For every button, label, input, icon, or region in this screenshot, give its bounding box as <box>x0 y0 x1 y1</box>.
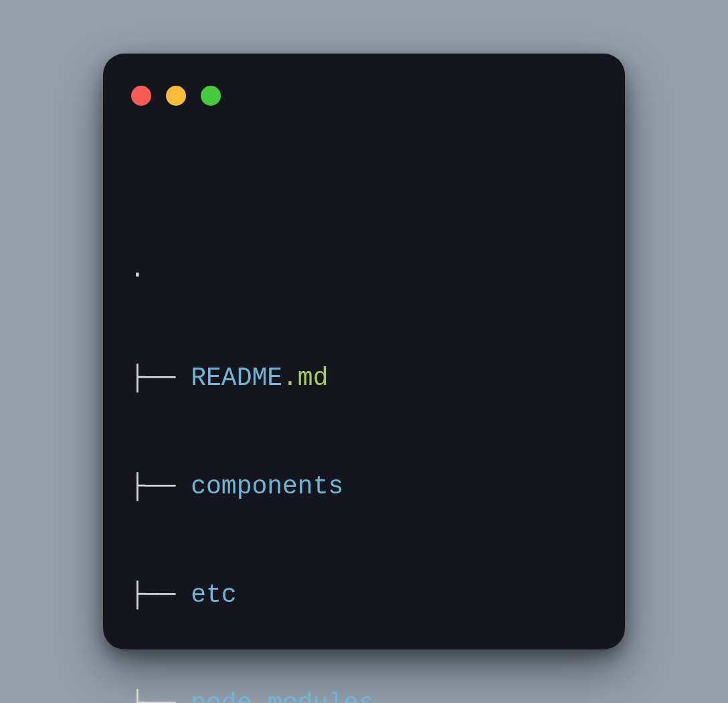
terminal-window: . ├── README.md ├── components ├── etc ├… <box>103 54 625 649</box>
tree-item-name: components <box>191 472 343 501</box>
tree-row: ├── components <box>130 469 598 505</box>
maximize-icon[interactable] <box>201 86 221 106</box>
terminal-output: . ├── README.md ├── components ├── etc ├… <box>130 179 598 703</box>
tree-prefix: ├── <box>130 580 191 609</box>
tree-row: ├── node_modules <box>130 686 598 703</box>
tree-root-label: . <box>130 255 145 284</box>
tree-item-ext: .md <box>282 364 328 392</box>
close-icon[interactable] <box>131 86 151 106</box>
tree-prefix: ├── <box>130 364 191 392</box>
tree-prefix: ├── <box>130 689 191 703</box>
tree-root: . <box>130 252 598 288</box>
tree-row: ├── etc <box>130 577 598 613</box>
tree-item-name: etc <box>191 580 236 609</box>
tree-prefix: ├── <box>130 472 191 501</box>
tree-item-name: node_modules <box>191 689 374 703</box>
traffic-lights <box>130 86 598 106</box>
tree-item-name: README <box>191 364 282 392</box>
minimize-icon[interactable] <box>166 86 186 106</box>
tree-row: ├── README.md <box>130 360 598 396</box>
